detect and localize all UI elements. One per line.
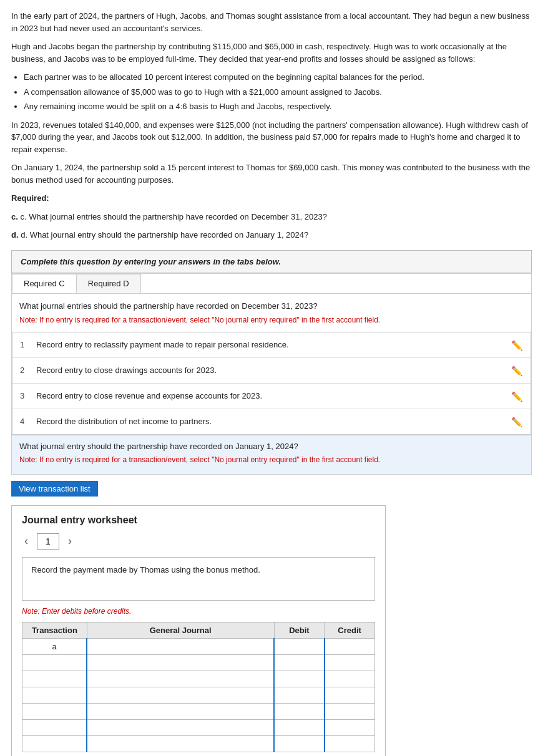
bullet-1: Each partner was to be allocated 10 perc… bbox=[24, 71, 532, 84]
journal-entry-row-4: 4 Record the distribution of net income … bbox=[12, 409, 531, 434]
tab-required-c[interactable]: Required C bbox=[12, 274, 77, 293]
credit-input-4[interactable] bbox=[329, 691, 371, 700]
debit-cell-5[interactable] bbox=[274, 703, 325, 719]
journal-input-6[interactable] bbox=[91, 723, 270, 732]
credit-cell-4[interactable] bbox=[325, 687, 375, 703]
entry-num-2: 2 bbox=[20, 364, 30, 375]
table-row-6 bbox=[22, 719, 375, 735]
edit-icon-2[interactable]: ✏️ bbox=[511, 364, 523, 377]
journal-input-5[interactable] bbox=[91, 707, 270, 716]
journal-input-7[interactable] bbox=[91, 739, 270, 749]
trans-cell-2 bbox=[22, 654, 87, 671]
credit-input-5[interactable] bbox=[329, 707, 371, 716]
col-header-debit: Debit bbox=[274, 622, 325, 638]
credit-input-2[interactable] bbox=[329, 658, 371, 667]
nav-row: ‹ 1 › bbox=[22, 533, 375, 550]
journal-entry-row-2: 2 Record entry to close drawings account… bbox=[12, 358, 531, 384]
required-c-note: Note: If no entry is required for a tran… bbox=[19, 314, 524, 326]
tabs-header: Required C Required D bbox=[12, 274, 531, 294]
col-header-general-journal: General Journal bbox=[87, 622, 274, 638]
credit-cell-6[interactable] bbox=[325, 719, 375, 735]
bullet-list: Each partner was to be allocated 10 perc… bbox=[24, 71, 532, 113]
view-transaction-button[interactable]: View transaction list bbox=[11, 481, 98, 497]
table-row-4 bbox=[22, 687, 375, 703]
required-d-note: Note: If no entry is required for a tran… bbox=[19, 454, 524, 465]
journal-cell-7[interactable] bbox=[87, 735, 274, 752]
debit-input-4[interactable] bbox=[278, 691, 320, 700]
journal-cell-3[interactable] bbox=[87, 671, 274, 687]
journal-input-a[interactable] bbox=[91, 642, 270, 651]
journal-cell-2[interactable] bbox=[87, 654, 274, 671]
journal-cell-4[interactable] bbox=[87, 687, 274, 703]
page-number: 1 bbox=[37, 533, 59, 550]
credit-cell-2[interactable] bbox=[325, 654, 375, 671]
journal-input-3[interactable] bbox=[91, 674, 270, 684]
debit-input-a[interactable] bbox=[278, 642, 320, 651]
journal-input-4[interactable] bbox=[91, 691, 270, 700]
journal-entry-row-1: 1 Record entry to reclassify payment mad… bbox=[12, 332, 531, 358]
credit-cell-7[interactable] bbox=[325, 735, 375, 752]
journal-table: Transaction General Journal Debit Credit… bbox=[22, 622, 375, 752]
entry-num-3: 3 bbox=[20, 390, 30, 400]
credit-input-7[interactable] bbox=[329, 739, 371, 749]
table-row-3 bbox=[22, 671, 375, 687]
journal-input-2[interactable] bbox=[91, 658, 270, 667]
edit-icon-3[interactable]: ✏️ bbox=[511, 390, 523, 402]
next-page-button[interactable]: › bbox=[66, 535, 74, 548]
worksheet-description: Record the payment made by Thomas using … bbox=[22, 557, 375, 601]
table-row-7 bbox=[22, 735, 375, 752]
debit-input-3[interactable] bbox=[278, 674, 320, 684]
worksheet-box: Journal entry worksheet ‹ 1 › Record the… bbox=[11, 505, 386, 757]
debit-cell-a[interactable] bbox=[274, 638, 325, 654]
debit-input-7[interactable] bbox=[278, 739, 320, 749]
debit-cell-2[interactable] bbox=[274, 654, 325, 671]
required-label: Required: bbox=[11, 192, 532, 205]
debit-cell-4[interactable] bbox=[274, 687, 325, 703]
entry-desc-3: Record entry to close revenue and expens… bbox=[36, 390, 505, 402]
journal-entry-row-3: 3 Record entry to close revenue and expe… bbox=[12, 384, 531, 409]
prev-page-button[interactable]: ‹ bbox=[22, 535, 31, 548]
journal-list: 1 Record entry to reclassify payment mad… bbox=[12, 332, 531, 435]
required-d-question: What journal entry should the partnershi… bbox=[19, 440, 524, 453]
tabs-container: Required C Required D What journal entri… bbox=[11, 273, 532, 475]
trans-cell-3 bbox=[22, 671, 87, 687]
trans-cell-4 bbox=[22, 687, 87, 703]
trans-cell-7 bbox=[22, 735, 87, 752]
credit-cell-3[interactable] bbox=[325, 671, 375, 687]
debit-cell-3[interactable] bbox=[274, 671, 325, 687]
table-row-5 bbox=[22, 703, 375, 719]
credit-cell-5[interactable] bbox=[325, 703, 375, 719]
credit-input-a[interactable] bbox=[329, 642, 371, 651]
tab-required-d[interactable]: Required D bbox=[76, 274, 141, 293]
debit-cell-7[interactable] bbox=[274, 735, 325, 752]
debit-input-5[interactable] bbox=[278, 707, 320, 716]
req-c: c. c. What journal entries should the pa… bbox=[11, 211, 532, 223]
entry-desc-4: Record the distribution of net income to… bbox=[36, 415, 505, 428]
journal-cell-6[interactable] bbox=[87, 719, 274, 735]
debit-input-6[interactable] bbox=[278, 723, 320, 732]
credit-input-6[interactable] bbox=[329, 723, 371, 732]
credit-input-3[interactable] bbox=[329, 674, 371, 684]
bullet-2: A compensation allowance of $5,000 was t… bbox=[24, 86, 532, 99]
required-d-section: What journal entry should the partnershi… bbox=[12, 435, 531, 474]
trans-cell-a: a bbox=[22, 638, 87, 654]
worksheet-note: Note: Enter debits before credits. bbox=[22, 606, 375, 617]
required-c-question: What journal entries should the partners… bbox=[19, 300, 524, 313]
worksheet-title: Journal entry worksheet bbox=[22, 515, 375, 526]
col-header-transaction: Transaction bbox=[22, 622, 87, 638]
credit-cell-a[interactable] bbox=[325, 638, 375, 654]
entry-num-4: 4 bbox=[20, 415, 30, 426]
col-header-credit: Credit bbox=[325, 622, 375, 638]
debit-input-2[interactable] bbox=[278, 658, 320, 667]
bullet-3: Any remaining income would be split on a… bbox=[24, 100, 532, 113]
tab-content-required-c: What journal entries should the partners… bbox=[12, 294, 531, 326]
trans-cell-6 bbox=[22, 719, 87, 735]
edit-icon-4[interactable]: ✏️ bbox=[511, 415, 523, 428]
table-row-2 bbox=[22, 654, 375, 671]
journal-cell-a[interactable] bbox=[87, 638, 274, 654]
trans-cell-5 bbox=[22, 703, 87, 719]
table-row-a: a bbox=[22, 638, 375, 654]
journal-cell-5[interactable] bbox=[87, 703, 274, 719]
edit-icon-1[interactable]: ✏️ bbox=[511, 339, 523, 351]
debit-cell-6[interactable] bbox=[274, 719, 325, 735]
